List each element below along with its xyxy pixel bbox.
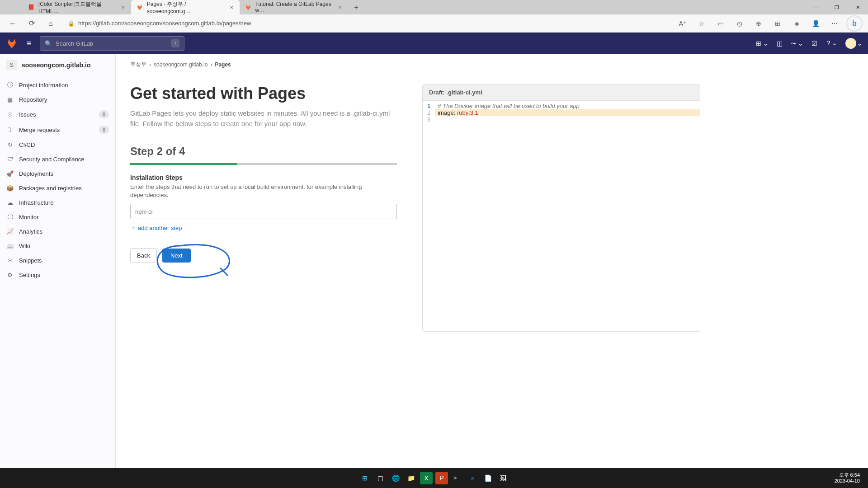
gitlab-topbar: ≡ 🔍 Search GitLab / ⊞ ⌄ ◫ ⤳ ⌄ ☑ ？⌄ ⌄ <box>0 33 868 54</box>
project-name: sooseongcom.gitlab.io <box>22 61 90 69</box>
issues-icon: ☉ <box>6 111 14 118</box>
browser-tab-active[interactable]: Pages · 주성우 / sooseongcom.g… ✕ <box>131 0 240 14</box>
search-input[interactable]: 🔍 Search GitLab / <box>40 36 184 51</box>
sidebar-item-packages[interactable]: 📦Packages and registries <box>0 181 115 195</box>
sidebar-item-label: Wiki <box>19 243 30 249</box>
todos-icon[interactable]: ☑ <box>811 40 817 47</box>
favorites-icon[interactable]: ⊕ <box>751 16 766 31</box>
main-content: 주성우 › sooseongcom.gitlab.io › Pages Get … <box>116 54 868 488</box>
performance-icon[interactable]: ◷ <box>732 16 747 31</box>
gitlab-logo-icon[interactable] <box>5 37 18 50</box>
progress-fill <box>130 163 237 165</box>
merge-requests-shortcut-icon[interactable]: ⤳ ⌄ <box>791 40 803 47</box>
tab-close-icon[interactable]: ✕ <box>228 4 234 10</box>
section-description: Enter the steps that need to run to set … <box>130 183 397 199</box>
tab-close-icon[interactable]: ✕ <box>337 4 343 10</box>
sidebar-item-label: Security and Compliance <box>19 156 85 163</box>
clock-time: 오후 6:54 <box>835 472 860 478</box>
plus-icon: ＋ <box>130 224 136 232</box>
window-maximize-button[interactable]: ❐ <box>826 0 847 14</box>
tab-title: [Color Scripter]코드블럭을 HTML… <box>38 0 116 14</box>
page-description: GitLab Pages lets you deploy static webs… <box>130 108 397 129</box>
chart-icon: 📈 <box>6 228 14 235</box>
vscode-icon[interactable]: ⟐ <box>466 472 479 484</box>
back-button[interactable]: Back <box>130 248 157 263</box>
issues-shortcut-icon[interactable]: ◫ <box>777 40 783 47</box>
tab-close-icon[interactable]: ✕ <box>120 4 126 10</box>
add-step-link[interactable]: ＋ add another step <box>130 224 397 232</box>
install-step-input[interactable] <box>130 204 397 219</box>
breadcrumb: 주성우 › sooseongcom.gitlab.io › Pages <box>130 61 854 73</box>
create-menu-button[interactable]: ⊞ ⌄ <box>756 40 769 47</box>
star-icon[interactable]: ☆ <box>694 16 709 31</box>
sidebar-item-security[interactable]: 🛡Security and Compliance <box>0 152 115 166</box>
collections-icon[interactable]: ⊞ <box>770 16 785 31</box>
sidebar-item-analytics[interactable]: 📈Analytics <box>0 224 115 239</box>
address-bar[interactable]: 🔒 https://gitlab.com/sooseongcom/sooseon… <box>62 16 671 31</box>
sidebar-item-repository[interactable]: ▤Repository <box>0 92 115 107</box>
info-icon: ⓘ <box>6 81 14 89</box>
sidebar-item-deployments[interactable]: 🚀Deployments <box>0 166 115 181</box>
sidebar-item-issues[interactable]: ☉Issues0 <box>0 107 115 122</box>
sidebar-item-project-info[interactable]: ⓘProject information <box>0 78 115 92</box>
sidebar-item-snippets[interactable]: ✂Snippets <box>0 253 115 267</box>
new-tab-button[interactable]: ＋ <box>348 3 364 12</box>
sidebar-item-settings[interactable]: ⚙Settings <box>0 267 115 282</box>
help-icon[interactable]: ？⌄ <box>826 39 837 47</box>
start-icon[interactable]: ⊞ <box>359 472 371 484</box>
sidebar-item-label: Merge requests <box>19 127 60 133</box>
sidebar-item-label: Analytics <box>19 228 42 235</box>
home-icon[interactable]: ⌂ <box>43 16 58 31</box>
bing-icon[interactable]: b <box>846 15 863 32</box>
repo-icon: ▤ <box>6 96 14 103</box>
breadcrumb-item[interactable]: sooseongcom.gitlab.io <box>154 61 208 68</box>
step-heading: Step 2 of 4 <box>130 145 397 158</box>
cloud-icon: ☁ <box>6 199 14 206</box>
explorer-icon[interactable]: 📁 <box>405 472 417 484</box>
sidebar-item-wiki[interactable]: 📖Wiki <box>0 239 115 253</box>
clock-date: 2023-04-10 <box>835 478 860 484</box>
line-number: 2 <box>427 109 430 116</box>
count-badge: 0 <box>99 110 109 118</box>
read-aloud-icon[interactable]: A⁺ <box>675 16 690 31</box>
sidebar-item-label: Project information <box>19 82 68 89</box>
window-close-button[interactable]: ✕ <box>847 0 868 14</box>
hamburger-icon[interactable]: ≡ <box>23 37 35 50</box>
project-avatar: S <box>6 60 17 70</box>
sidebar-item-cicd[interactable]: ↻CI/CD <box>0 137 115 152</box>
line-number: 1 <box>427 103 430 109</box>
sidebar-item-label: CI/CD <box>19 141 35 148</box>
window-minimize-button[interactable]: — <box>806 0 826 14</box>
task-view-icon[interactable]: ▢ <box>374 472 387 484</box>
chevron-right-icon: › <box>149 61 151 68</box>
app-icon[interactable]: 📄 <box>481 472 494 484</box>
sidebar-item-label: Repository <box>19 96 47 103</box>
search-placeholder: Search GitLab <box>56 40 93 47</box>
next-button[interactable]: Next <box>162 249 191 263</box>
sidebar-item-infrastructure[interactable]: ☁Infrastructure <box>0 195 115 210</box>
profile-icon[interactable]: 👤 <box>808 16 823 31</box>
app-icon[interactable]: 🖼 <box>497 472 509 484</box>
sidebar-item-merge-requests[interactable]: ⤵Merge requests0 <box>0 122 115 137</box>
excel-icon[interactable]: X <box>420 472 433 484</box>
code-editor[interactable]: # The Docker image that will be used to … <box>435 101 700 331</box>
cicd-icon: ↻ <box>6 141 14 148</box>
annotation-scribble-icon <box>148 241 234 282</box>
scissors-icon: ✂ <box>6 257 14 264</box>
browser-tab[interactable]: Tutorial: Create a GitLab Pages w… ✕ <box>240 0 348 14</box>
sidebar-item-monitor[interactable]: 🖵Monitor <box>0 210 115 224</box>
breadcrumb-item[interactable]: 주성우 <box>130 61 146 68</box>
system-clock[interactable]: 오후 6:54 2023-04-10 <box>835 472 860 484</box>
downloads-icon[interactable]: ▭ <box>713 16 728 31</box>
powerpoint-icon[interactable]: P <box>435 472 448 484</box>
user-menu[interactable]: ⌄ <box>845 38 863 49</box>
browser-tab[interactable]: 📕 [Color Scripter]코드블럭을 HTML… ✕ <box>23 0 131 14</box>
back-icon[interactable]: ← <box>5 16 20 31</box>
project-header[interactable]: S sooseongcom.gitlab.io <box>0 54 115 76</box>
edge-icon[interactable]: 🌐 <box>389 472 402 484</box>
refresh-icon[interactable]: ⟳ <box>24 16 39 31</box>
menu-icon[interactable]: ⋯ <box>827 16 842 31</box>
terminal-icon[interactable]: ＞_ <box>451 472 463 484</box>
package-icon: 📦 <box>6 184 14 192</box>
extensions-icon[interactable]: ◈ <box>789 16 804 31</box>
